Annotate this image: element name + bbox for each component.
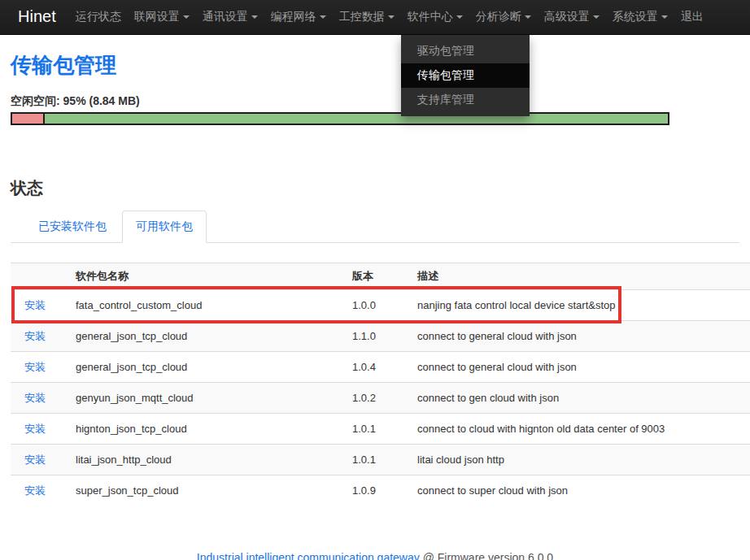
tab-可用软件包[interactable]: 可用软件包 [122,211,207,243]
caret-down-icon [320,15,326,19]
cell-package-name: general_json_tcp_cloud [69,321,346,352]
dropdown-item-驱动包管理[interactable]: 驱动包管理 [401,39,530,63]
cell-version: 1.1.0 [346,321,411,352]
install-link[interactable]: 安装 [24,392,46,404]
table-row: 安装 general_json_tcp_cloud 1.1.0 connect … [11,321,750,352]
table-row: 安装 general_json_tcp_cloud 1.0.4 connect … [11,352,750,383]
table-row: 安装 litai_json_http_cloud 1.0.1 litai clo… [11,445,750,475]
cell-action: 安装 [11,321,69,352]
storage-used-segment [12,114,45,124]
main-content: 传输包管理 空闲空间: 95% (8.84 MB) 状态 已安装软件包可用软件包… [0,51,750,560]
caret-down-icon [525,15,531,19]
cell-package-name: genyun_json_mqtt_cloud [69,383,346,414]
cell-action: 安装 [11,352,69,383]
cell-description: litai cloud json http [411,445,750,475]
table-row: 安装 hignton_json_tcp_cloud 1.0.1 connect … [11,414,750,445]
nav-item-label: 工控数据 [339,10,385,24]
install-link[interactable]: 安装 [24,361,46,373]
cell-description: connect to gen cloud with json [411,383,750,414]
cell-description: connect to general cloud with json [411,352,750,383]
cell-action: 安装 [11,445,69,475]
nav-item-label: 退出 [681,10,704,24]
cell-action: 安装 [11,383,69,414]
table-row: 安装 genyun_json_mqtt_cloud 1.0.2 connect … [11,383,750,414]
cell-action: 安装 [11,414,69,445]
package-table: 软件包名称 版本 描述 安装 fata_control_custom_cloud… [11,263,750,506]
nav-item-系统设置[interactable]: 系统设置 [606,0,674,34]
caret-down-icon [456,15,463,19]
cell-action: 安装 [11,290,69,321]
status-heading: 状态 [11,177,739,199]
nav-item-高级设置[interactable]: 高级设置 [538,0,606,34]
install-link[interactable]: 安装 [24,454,46,466]
column-header-action [11,263,69,290]
column-header-description: 描述 [411,263,750,290]
nav-item-运行状态[interactable]: 运行状态 [69,0,128,34]
software-center-dropdown: 驱动包管理传输包管理支持库管理 [401,35,530,116]
caret-down-icon [388,15,395,19]
footer: Industrial intelligent communication gat… [11,551,739,560]
nav-item-联网设置[interactable]: 联网设置 [128,0,196,34]
navbar-menu: 运行状态 联网设置 通讯设置 编程网络 工控数据 软件中心 驱动包管理传输包管理… [69,0,710,34]
tab-已安装软件包[interactable]: 已安装软件包 [24,211,120,243]
navbar: Hinet 运行状态 联网设置 通讯设置 编程网络 工控数据 软件中心 驱动包管… [0,0,750,35]
table-header-row: 软件包名称 版本 描述 [11,263,750,290]
package-tabs: 已安装软件包可用软件包 [11,211,739,243]
nav-item-分析诊断[interactable]: 分析诊断 [469,0,538,34]
cell-description: nanjing fata control local device start&… [411,290,750,321]
storage-free-segment [45,114,668,124]
free-space-value: 95% (8.84 MB) [63,94,140,107]
dropdown-item-传输包管理[interactable]: 传输包管理 [401,63,530,88]
cell-action: 安装 [11,475,69,506]
nav-item-退出[interactable]: 退出 [674,0,710,34]
column-header-name: 软件包名称 [69,263,346,290]
nav-item-label: 高级设置 [544,10,590,24]
column-header-version: 版本 [346,263,411,290]
cell-description: connect to super cloud with json [411,475,750,506]
cell-version: 1.0.1 [346,414,411,445]
brand-logo[interactable]: Hinet [0,0,69,34]
caret-down-icon [661,15,668,19]
install-link[interactable]: 安装 [24,299,46,311]
nav-item-label: 软件中心 [408,10,453,24]
caret-down-icon [593,15,600,19]
nav-item-工控数据[interactable]: 工控数据 [333,0,401,34]
dropdown-item-支持库管理[interactable]: 支持库管理 [401,88,530,112]
nav-item-label: 通讯设置 [203,10,248,24]
free-space-caption: 空闲空间: [11,94,60,107]
install-link[interactable]: 安装 [24,330,46,342]
nav-item-label: 分析诊断 [476,10,521,24]
nav-item-label: 系统设置 [613,10,658,24]
cell-version: 1.0.1 [346,445,411,475]
cell-package-name: super_json_tcp_cloud [69,475,346,506]
cell-version: 1.0.2 [346,383,411,414]
cell-description: connect to cloud with hignton old data c… [411,414,750,445]
page-title: 传输包管理 [11,51,739,80]
table-row: 安装 super_json_tcp_cloud 1.0.9 connect to… [11,475,750,506]
firmware-version-label: @ Firmware version 6.0.0 [423,551,553,560]
free-space-label: 空闲空间: 95% (8.84 MB) [11,94,739,109]
cell-package-name: litai_json_http_cloud [69,445,346,475]
cell-package-name: hignton_json_tcp_cloud [69,414,346,445]
install-link[interactable]: 安装 [24,423,46,435]
cell-package-name: fata_control_custom_cloud [69,290,346,321]
cell-version: 1.0.0 [346,290,411,321]
table-row: 安装 fata_control_custom_cloud 1.0.0 nanji… [11,290,750,321]
cell-version: 1.0.9 [346,475,411,506]
nav-item-通讯设置[interactable]: 通讯设置 [196,0,264,34]
cell-version: 1.0.4 [346,352,411,383]
package-table-wrap: 软件包名称 版本 描述 安装 fata_control_custom_cloud… [11,263,739,506]
caret-down-icon [183,15,190,19]
cell-description: connect to general cloud with json [411,321,750,352]
nav-item-编程网络[interactable]: 编程网络 [264,0,333,34]
nav-item-label: 运行状态 [76,10,121,24]
nav-item-label: 编程网络 [271,10,316,24]
package-table-body: 安装 fata_control_custom_cloud 1.0.0 nanji… [11,290,750,506]
nav-item-label: 联网设置 [134,10,180,24]
caret-down-icon [251,15,258,19]
storage-progress-bar [11,112,669,125]
gateway-footer-link[interactable]: Industrial intelligent communication gat… [197,551,420,560]
cell-package-name: general_json_tcp_cloud [69,352,346,383]
nav-item-软件中心[interactable]: 软件中心 驱动包管理传输包管理支持库管理 [401,0,469,34]
install-link[interactable]: 安装 [24,484,46,497]
